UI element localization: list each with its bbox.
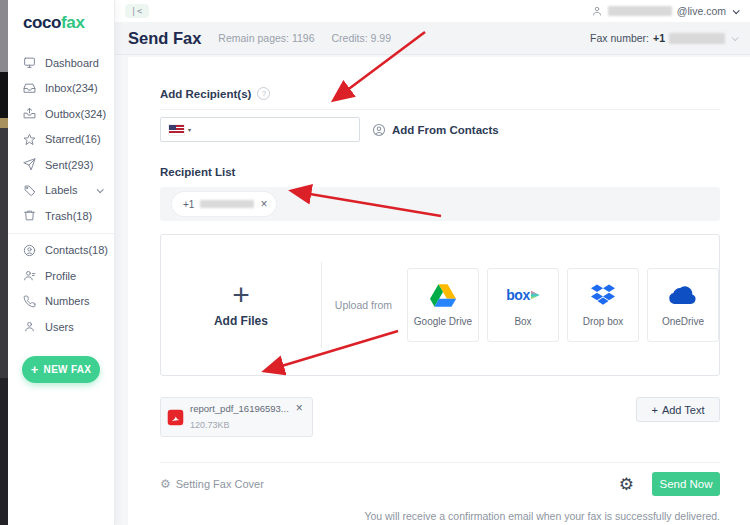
- help-icon[interactable]: ?: [257, 87, 270, 100]
- tag-icon: [23, 184, 36, 197]
- trash-icon: [23, 209, 36, 222]
- page-title: Send Fax: [128, 29, 201, 48]
- recipient-chip[interactable]: +1 ×: [172, 192, 276, 216]
- star-icon: [23, 133, 36, 146]
- fax-number-selector[interactable]: Fax number: +1: [590, 32, 737, 44]
- add-recipients-label: Add Recipient(s): [160, 88, 251, 100]
- upload-box: + Add Files Upload from Google Drive box…: [160, 234, 720, 376]
- outbox-icon: [23, 107, 36, 120]
- fax-number-input[interactable]: [195, 118, 359, 141]
- vertical-divider: [321, 262, 322, 348]
- sidebar-item-dashboard[interactable]: Dashboard: [8, 50, 114, 76]
- onedrive-icon: [668, 283, 698, 307]
- sidebar-item-contacts[interactable]: Contacts(18): [8, 238, 114, 264]
- file-size: 120.73KB: [190, 420, 230, 430]
- settings-gear-icon[interactable]: ⚙: [619, 476, 634, 493]
- send-now-button[interactable]: Send Now: [652, 472, 720, 496]
- sidebar-item-outbox[interactable]: Outbox(324): [8, 101, 114, 127]
- collapse-sidebar-button[interactable]: |<: [125, 4, 149, 18]
- sidebar-menu: Dashboard Inbox(234) Outbox(324) Starred…: [8, 50, 114, 340]
- file-meta: report_pdf_16196593... × 120.73KB: [190, 402, 303, 432]
- upload-from-label: Upload from: [335, 299, 392, 311]
- setting-fax-cover-button[interactable]: ⚙ Setting Fax Cover: [160, 478, 264, 490]
- recipient-list-label: Recipient List: [160, 166, 720, 178]
- add-from-contacts-button[interactable]: Add From Contacts: [372, 123, 499, 137]
- fax-number-input-wrap: ▾: [160, 117, 360, 142]
- main-area: |< @live.com Send Fax Remain pages: 1196…: [115, 0, 750, 525]
- plus-icon: +: [31, 363, 39, 376]
- dashboard-icon: [23, 56, 36, 69]
- contact-circle-icon: [372, 123, 386, 137]
- upload-onedrive[interactable]: OneDrive: [647, 268, 719, 342]
- footer-actions: ⚙ Setting Fax Cover ⚙ Send Now: [160, 463, 720, 496]
- account-menu[interactable]: @live.com: [591, 5, 738, 17]
- user-icon: [23, 320, 36, 333]
- contacts-icon: [23, 244, 36, 257]
- sidebar: cocofax Dashboard Inbox(234) Outbox(324)…: [8, 0, 115, 525]
- add-text-button[interactable]: + Add Text: [636, 397, 720, 422]
- attached-file-chip[interactable]: report_pdf_16196593... × 120.73KB: [160, 397, 313, 437]
- email-domain: @live.com: [677, 5, 726, 17]
- page-header: Send Fax Remain pages: 1196 Credits: 9.9…: [115, 22, 750, 55]
- remove-recipient-icon[interactable]: ×: [260, 198, 267, 210]
- add-recipients-section-head: Add Recipient(s) ?: [160, 57, 720, 110]
- sidebar-item-starred[interactable]: Starred(16): [8, 127, 114, 153]
- sidebar-item-profile[interactable]: Profile: [8, 263, 114, 289]
- recipient-list-panel: +1 ×: [160, 187, 720, 221]
- upload-google-drive[interactable]: Google Drive: [407, 268, 479, 342]
- window-edge-strip: [0, 0, 8, 525]
- pdf-file-icon: [167, 409, 184, 426]
- chevron-down-icon: [97, 186, 104, 193]
- box-logo-icon: box: [506, 283, 539, 307]
- plus-icon: +: [651, 404, 657, 416]
- redacted-email: [608, 6, 672, 16]
- dropbox-icon: [591, 283, 615, 307]
- profile-icon: [23, 269, 36, 282]
- send-fax-card: Add Recipient(s) ? ▾ Add From Contacts R…: [128, 57, 750, 525]
- attached-files-row: report_pdf_16196593... × 120.73KB + Add …: [160, 397, 720, 437]
- chevron-down-icon: [732, 34, 739, 41]
- file-name: report_pdf_16196593...: [190, 403, 289, 414]
- chevron-down-icon: [733, 7, 740, 14]
- topbar: |< @live.com: [115, 0, 750, 22]
- remove-file-icon[interactable]: ×: [296, 402, 303, 414]
- sidebar-item-labels[interactable]: Labels: [8, 178, 114, 204]
- upload-providers: Google Drive box Box Drop box: [407, 268, 719, 342]
- country-caret-icon[interactable]: ▾: [188, 127, 191, 133]
- redacted-fax-number: [669, 33, 725, 44]
- recipient-input-row: ▾ Add From Contacts: [160, 117, 720, 142]
- logo-part-coco: coco: [23, 13, 61, 32]
- gear-icon: ⚙: [160, 478, 171, 490]
- upload-dropbox[interactable]: Drop box: [567, 268, 639, 342]
- user-avatar-icon: [591, 5, 603, 17]
- sidebar-item-sent[interactable]: Sent(293): [8, 152, 114, 178]
- sidebar-divider: [8, 233, 114, 234]
- new-fax-button[interactable]: + NEW FAX: [22, 356, 100, 383]
- credits: Credits: 9.99: [331, 32, 391, 44]
- remain-pages: Remain pages: 1196: [218, 32, 314, 44]
- inbox-icon: [23, 82, 36, 95]
- sidebar-item-numbers[interactable]: Numbers: [8, 289, 114, 315]
- confirmation-note: You will receive a confirmation email wh…: [160, 510, 720, 522]
- phone-icon: [23, 295, 36, 308]
- sidebar-item-users[interactable]: Users: [8, 314, 114, 340]
- cocofax-logo[interactable]: cocofax: [8, 0, 114, 33]
- us-flag-icon[interactable]: [169, 125, 184, 135]
- send-icon: [23, 158, 36, 171]
- redacted-recipient-number: [200, 200, 254, 208]
- add-files-button[interactable]: + Add Files: [161, 283, 321, 328]
- logo-part-fax: fax: [61, 13, 84, 32]
- sidebar-item-inbox[interactable]: Inbox(234): [8, 76, 114, 102]
- upload-box-cloud[interactable]: box Box: [487, 268, 559, 342]
- google-drive-icon: [430, 283, 456, 307]
- sidebar-item-trash[interactable]: Trash(18): [8, 203, 114, 229]
- plus-icon: +: [232, 283, 250, 307]
